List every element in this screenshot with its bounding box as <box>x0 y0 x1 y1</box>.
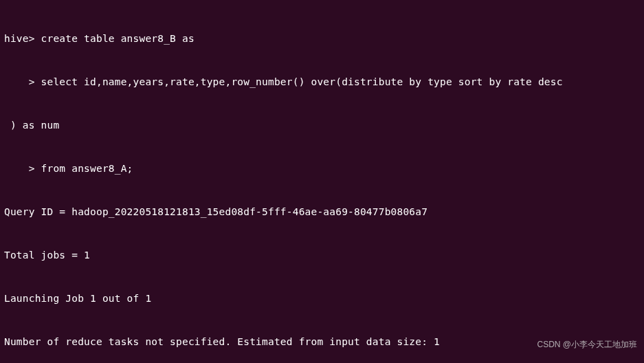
terminal-line: Total jobs = 1 <box>4 248 640 263</box>
terminal-line: Launching Job 1 out of 1 <box>4 292 640 306</box>
terminal-line: > select id,name,years,rate,type,row_num… <box>4 75 640 89</box>
watermark-text: CSDN @小李今天工地加班 <box>537 339 637 351</box>
terminal-line: ) as num <box>4 118 640 133</box>
terminal-line: hive> create table answer8_B as <box>4 32 640 46</box>
terminal-output[interactable]: hive> create table answer8_B as > select… <box>4 3 640 363</box>
terminal-line: Query ID = hadoop_20220518121813_15ed08d… <box>4 205 640 219</box>
terminal-line: > from answer8_A; <box>4 162 640 176</box>
